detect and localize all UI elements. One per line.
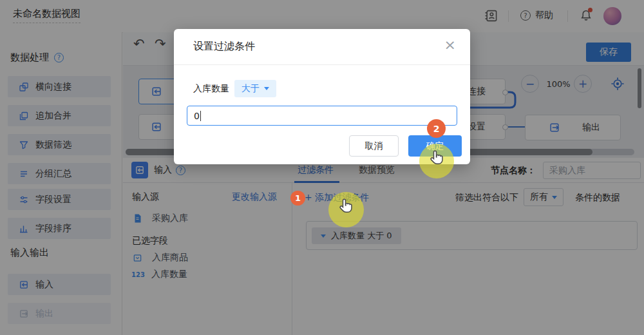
divider <box>174 64 470 65</box>
filter-dialog: 设置过滤条件 × 入库数量 大于 0 取消 确定 <box>174 29 470 164</box>
text-cursor <box>200 111 201 121</box>
step-badge-1: 1 <box>290 191 305 206</box>
operator-select[interactable]: 大于 <box>234 80 276 97</box>
app-root: 未命名数据视图 ? 帮助 数据处理 ? <box>0 0 644 335</box>
dialog-field-label: 入库数量 <box>193 83 229 95</box>
step-badge-2: 2 <box>427 119 446 138</box>
cancel-button[interactable]: 取消 <box>349 135 399 157</box>
dialog-title: 设置过滤条件 <box>193 40 255 53</box>
hand-cursor-icon <box>428 149 447 170</box>
filter-value-input[interactable]: 0 <box>187 106 457 126</box>
hand-cursor-icon <box>337 197 356 218</box>
chevron-down-icon <box>264 87 269 90</box>
close-icon[interactable]: × <box>444 38 456 52</box>
